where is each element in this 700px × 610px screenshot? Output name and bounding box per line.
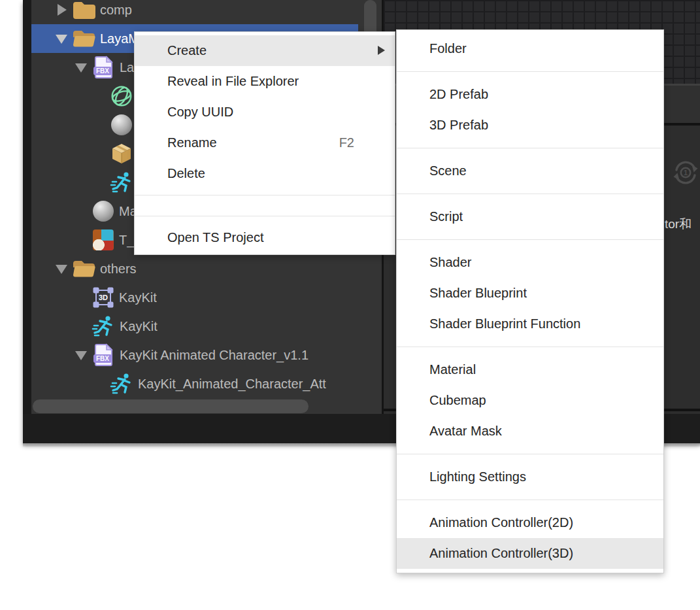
avatar-3d-icon: 3D: [92, 286, 114, 309]
tree-item-label: T_: [119, 233, 134, 248]
submenu-item-shader-blueprint-function[interactable]: Shader Blueprint Function: [397, 309, 663, 339]
loop-once-icon[interactable]: 1: [670, 157, 700, 191]
chevron-down-icon[interactable]: [54, 31, 69, 46]
material-sphere-icon: [92, 200, 114, 223]
menu-item-label: Material: [429, 362, 476, 377]
menu-separator: [397, 347, 663, 347]
clipped-label: tor和: [665, 216, 692, 233]
svg-text:FBX: FBX: [96, 67, 109, 75]
tree-item-label: La: [120, 60, 134, 75]
page: comp LayaM: [0, 0, 700, 610]
folder-closed-icon: [72, 0, 95, 22]
svg-text:3D: 3D: [98, 294, 107, 301]
svg-text:FBX: FBX: [96, 355, 109, 362]
texture-icon: [92, 229, 114, 252]
model-box-icon: [110, 143, 133, 165]
submenu-item-shader[interactable]: Shader: [397, 247, 663, 278]
submenu-item-lighting-settings[interactable]: Lighting Settings: [397, 462, 663, 492]
shortcut-label: F2: [339, 127, 354, 158]
chevron-right-icon[interactable]: [54, 2, 69, 18]
tree-item-label: KayKit: [119, 290, 157, 305]
tree-item-kaykit-anim[interactable]: KayKit: [31, 312, 358, 341]
tree-item-label: comp: [100, 3, 132, 18]
submenu-item-folder[interactable]: Folder: [397, 33, 663, 64]
submenu-item-shader-blueprint[interactable]: Shader Blueprint: [397, 278, 663, 309]
menu-separator: [397, 454, 663, 454]
menu-item-label: Shader Blueprint: [429, 286, 527, 300]
menu-item-label: Copy UUID: [167, 105, 233, 119]
tree-item-kaykit-fbx[interactable]: FBX KayKit Animated Character_v1.1: [31, 341, 358, 369]
menu-item-label: Shader Blueprint Function: [429, 316, 580, 331]
menu-item-reveal[interactable]: Reveal in File Explorer: [135, 66, 395, 97]
menu-item-label: 3D Prefab: [429, 118, 488, 132]
horizontal-scrollbar-thumb[interactable]: [33, 399, 308, 413]
tree-item-others[interactable]: others: [31, 254, 358, 283]
menu-item-label: Script: [429, 209, 463, 224]
menu-item-label: Reveal in File Explorer: [167, 74, 299, 88]
tree-item-comp[interactable]: comp: [31, 0, 358, 24]
menu-separator: [397, 239, 663, 240]
animation-runner-icon: [110, 171, 133, 194]
menu-item-label: Rename: [167, 135, 217, 150]
tree-item-label: others: [100, 262, 137, 277]
menu-separator: [397, 194, 663, 194]
menu-item-label: Cubemap: [429, 393, 486, 407]
animation-runner-icon: [92, 315, 115, 338]
tree-item-label: KayKit_Animated_Character_Att: [138, 377, 326, 392]
menu-item-label: Create: [167, 43, 207, 58]
menu-item-label: Shader: [429, 255, 472, 269]
menu-item-label: 2D Prefab: [429, 87, 488, 101]
fbx-file-icon: FBX: [92, 56, 115, 79]
tree-item-label: KayKit Animated Character_v1.1: [120, 348, 308, 363]
menu-item-delete[interactable]: Delete: [135, 158, 395, 189]
tree-item-kaykit-att[interactable]: KayKit_Animated_Character_Att: [31, 369, 358, 398]
chevron-down-icon[interactable]: [73, 59, 89, 75]
chevron-down-icon[interactable]: [54, 261, 69, 277]
menu-separator: [135, 195, 395, 195]
submenu-item-scene[interactable]: Scene: [397, 156, 663, 186]
menu-separator: [397, 148, 663, 148]
mesh-icon: [110, 85, 133, 108]
menu-item-label: Open TS Project: [167, 230, 263, 245]
create-submenu: Folder 2D Prefab 3D Prefab Scene Script …: [396, 29, 664, 573]
menu-separator: [397, 500, 663, 500]
menu-item-label: Delete: [167, 166, 205, 180]
menu-item-label: Animation Controller(2D): [429, 515, 573, 530]
menu-item-label: Animation Controller(3D): [429, 546, 573, 560]
tree-item-label: KayKit: [120, 319, 158, 334]
menu-item-label: Avatar Mask: [429, 424, 502, 438]
submenu-item-script[interactable]: Script: [397, 201, 663, 232]
animation-runner-icon: [110, 373, 133, 396]
menu-item-label: Lighting Settings: [429, 469, 526, 484]
submenu-item-3d-prefab[interactable]: 3D Prefab: [397, 110, 663, 141]
menu-separator: [135, 216, 395, 216]
menu-item-label: Scene: [429, 163, 467, 178]
menu-item-copy-uuid[interactable]: Copy UUID: [135, 97, 395, 127]
submenu-item-2d-prefab[interactable]: 2D Prefab: [397, 79, 663, 110]
submenu-item-cubemap[interactable]: Cubemap: [397, 385, 663, 416]
fbx-file-icon: FBX: [92, 344, 115, 367]
menu-gap: [135, 201, 395, 210]
menu-item-label: Folder: [429, 41, 467, 56]
submenu-arrow-icon: [378, 46, 385, 55]
menu-item-create[interactable]: Create: [135, 35, 395, 66]
svg-text:1: 1: [684, 169, 688, 177]
menu-separator: [397, 71, 663, 72]
material-sphere-icon: [110, 114, 133, 137]
chevron-down-icon[interactable]: [73, 347, 89, 363]
context-menu: Create Reveal in File Explorer Copy UUID…: [134, 31, 395, 255]
menu-item-open-ts-project[interactable]: Open TS Project: [135, 222, 395, 253]
submenu-item-animation-controller-2d[interactable]: Animation Controller(2D): [397, 507, 663, 538]
tree-item-kaykit-avatar[interactable]: 3D KayKit: [31, 283, 358, 312]
submenu-item-animation-controller-3d[interactable]: Animation Controller(3D): [397, 538, 663, 569]
menu-item-rename[interactable]: Rename F2: [135, 127, 395, 158]
folder-open-icon: [72, 27, 95, 50]
submenu-item-material[interactable]: Material: [397, 354, 663, 385]
submenu-item-avatar-mask[interactable]: Avatar Mask: [397, 416, 663, 447]
folder-open-icon: [72, 258, 95, 280]
